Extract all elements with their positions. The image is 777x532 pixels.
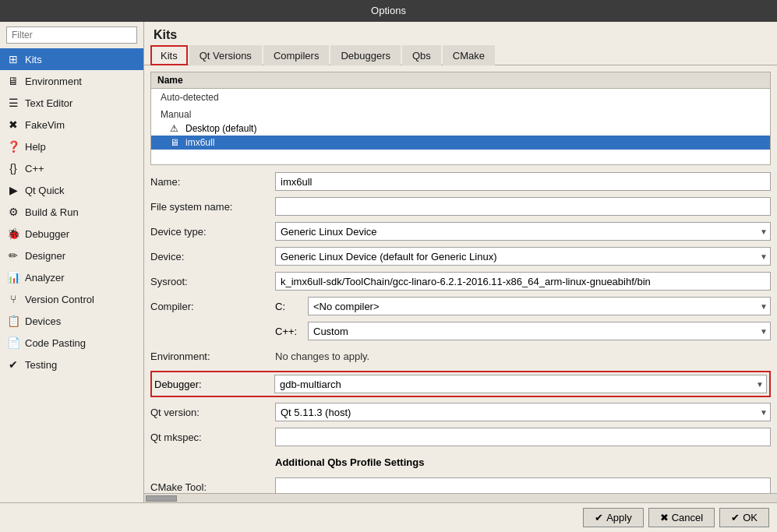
tree-item[interactable]: 🖥imx6ull <box>151 136 770 150</box>
devicetype-select[interactable]: Generic Linux Device <box>275 222 771 241</box>
form-area: Name: File system name: Device type: <box>144 168 777 493</box>
sidebar-item-texteditor[interactable]: ☰Text Editor <box>0 92 143 114</box>
sidebar-item-analyzer[interactable]: 📊Analyzer <box>0 266 143 288</box>
cancel-button[interactable]: ✖ Cancel <box>648 508 715 527</box>
ok-button[interactable]: ✔ OK <box>719 508 769 527</box>
sidebar-item-label-designer: Designer <box>25 250 65 262</box>
compiler-cpp-sublabel: C++: <box>275 326 303 337</box>
sidebar-item-cpp[interactable]: {}C++ <box>0 157 143 179</box>
tab-qtversions[interactable]: Qt Versions <box>189 45 262 65</box>
device-select[interactable]: Generic Linux Device (default for Generi… <box>275 247 771 266</box>
scrollbar-thumb[interactable] <box>146 495 177 502</box>
sidebar-item-label-help: Help <box>25 141 46 153</box>
environment-value: No changes to apply. <box>275 351 369 362</box>
sidebar-item-devices[interactable]: 📋Devices <box>0 310 143 332</box>
tab-cmake[interactable]: CMake <box>443 45 495 65</box>
sidebar-item-label-cpp: C++ <box>25 163 44 174</box>
compiler-c-row: Compiler: C: <No compiler> ▼ <box>150 296 771 316</box>
sidebar-item-label-texteditor: Text Editor <box>25 97 72 109</box>
devicetype-select-wrap: Generic Linux Device ▼ <box>275 222 771 241</box>
name-input[interactable] <box>275 172 771 191</box>
sidebar-item-label-buildrun: Build & Run <box>25 206 79 218</box>
apply-label: Apply <box>606 512 632 523</box>
sidebar-item-debugger[interactable]: 🐞Debugger <box>0 223 143 245</box>
tree-item[interactable]: ⚠Desktop (default) <box>151 122 770 136</box>
tab-compilers[interactable]: Compilers <box>263 45 330 65</box>
sidebar-item-testing[interactable]: ✔Testing <box>0 354 143 375</box>
sidebar-item-versioncontrol[interactable]: ⑂Version Control <box>0 288 143 310</box>
panel-title: Kits <box>144 22 777 45</box>
compiler-label: Compiler: <box>150 301 275 312</box>
compiler-c-sublabel: C: <box>275 301 303 312</box>
sidebar-item-label-codepasting: Code Pasting <box>25 337 86 349</box>
sidebar-items-container: ⊞Kits🖥Environment☰Text Editor✖FakeVim❓He… <box>0 48 143 375</box>
filter-input[interactable] <box>6 26 137 44</box>
sidebar-item-kits[interactable]: ⊞Kits <box>0 48 143 70</box>
debugger-select[interactable]: gdb-multiarch <box>274 375 767 393</box>
debugger-label: Debugger: <box>154 379 274 390</box>
cancel-label: Cancel <box>672 512 703 523</box>
tree-group: Manual⚠Desktop (default)🖥imx6ull <box>151 106 770 151</box>
debugger-select-wrap: gdb-multiarch ▼ <box>274 375 767 393</box>
environment-control: No changes to apply. <box>275 351 771 362</box>
device-label: Device: <box>150 251 275 262</box>
cmake-input[interactable] <box>275 477 771 493</box>
testing-icon: ✔ <box>6 358 20 372</box>
fakevim-icon: ✖ <box>6 118 20 132</box>
tab-qbs[interactable]: Qbs <box>402 45 441 65</box>
sidebar-item-help[interactable]: ❓Help <box>0 136 143 157</box>
qtversion-label: Qt version: <box>150 407 275 418</box>
buildrun-icon: ⚙ <box>6 205 20 219</box>
tree-header: Name <box>151 72 770 89</box>
sidebar-item-environment[interactable]: 🖥Environment <box>0 70 143 92</box>
qbs-header: Additional Qbs Profile Settings <box>275 456 424 468</box>
cmake-label: CMake Tool: <box>150 481 275 493</box>
analyzer-icon: 📊 <box>6 270 20 284</box>
sysroot-label: Sysroot: <box>150 276 275 287</box>
sidebar-item-codepasting[interactable]: 📄Code Pasting <box>0 332 143 354</box>
compiler-cpp-row: C++: Custom ▼ <box>150 321 771 341</box>
tab-debuggers[interactable]: Debuggers <box>330 45 401 65</box>
qtversion-select-wrap: Qt 5.11.3 (host) ▼ <box>275 403 771 421</box>
name-control <box>275 172 771 191</box>
qtversion-select[interactable]: Qt 5.11.3 (host) <box>275 403 771 421</box>
filesystem-input[interactable] <box>275 197 771 216</box>
qtmkspec-input[interactable] <box>275 428 771 446</box>
compiler-cpp-select[interactable]: Custom <box>308 322 771 340</box>
qtversion-control: Qt 5.11.3 (host) ▼ <box>275 403 771 421</box>
sysroot-input[interactable] <box>275 272 771 291</box>
device-control: Generic Linux Device (default for Generi… <box>275 247 771 266</box>
name-row: Name: <box>150 171 771 192</box>
sidebar-item-designer[interactable]: ✏Designer <box>0 245 143 266</box>
compiler-c-inner: C: <No compiler> ▼ <box>275 297 771 315</box>
content-area: ⊞Kits🖥Environment☰Text Editor✖FakeVim❓He… <box>0 22 777 502</box>
compiler-cpp-select-wrap: Custom ▼ <box>308 322 771 340</box>
qtmkspec-row: Qt mkspec: <box>150 427 771 447</box>
sidebar-item-label-analyzer: Analyzer <box>25 272 65 284</box>
cancel-icon: ✖ <box>660 512 669 523</box>
environment-row: Environment: No changes to apply. <box>150 346 771 366</box>
compiler-cpp-inner: C++: Custom ▼ <box>275 322 771 340</box>
sidebar: ⊞Kits🖥Environment☰Text Editor✖FakeVim❓He… <box>0 22 144 502</box>
kits-icon: ⊞ <box>6 52 20 66</box>
tabs-bar: KitsQt VersionsCompilersDebuggersQbsCMak… <box>144 45 777 65</box>
dialog: ⊞Kits🖥Environment☰Text Editor✖FakeVim❓He… <box>0 22 777 532</box>
versioncontrol-icon: ⑂ <box>6 292 20 306</box>
apply-button[interactable]: ✔ Apply <box>583 508 644 527</box>
sidebar-item-qtquick[interactable]: ▶Qt Quick <box>0 179 143 201</box>
kit-tree[interactable]: Name Auto-detectedManual⚠Desktop (defaul… <box>150 72 771 165</box>
debugger-row: Debugger: gdb-multiarch ▼ <box>150 371 771 397</box>
sidebar-item-fakevim[interactable]: ✖FakeVim <box>0 114 143 136</box>
tree-item-icon: 🖥 <box>170 137 181 148</box>
apply-icon: ✔ <box>595 512 603 523</box>
device-select-wrap: Generic Linux Device (default for Generi… <box>275 247 771 266</box>
device-row: Device: Generic Linux Device (default fo… <box>150 246 771 266</box>
compiler-c-select[interactable]: <No compiler> <box>308 297 771 315</box>
name-label: Name: <box>150 176 275 188</box>
cmake-control <box>275 477 771 493</box>
tab-kits[interactable]: Kits <box>150 45 188 65</box>
qbs-row: Additional Qbs Profile Settings <box>150 452 771 472</box>
tree-group-label: Manual <box>151 107 770 122</box>
sidebar-item-buildrun[interactable]: ⚙Build & Run <box>0 201 143 223</box>
horizontal-scrollbar[interactable] <box>144 493 777 502</box>
